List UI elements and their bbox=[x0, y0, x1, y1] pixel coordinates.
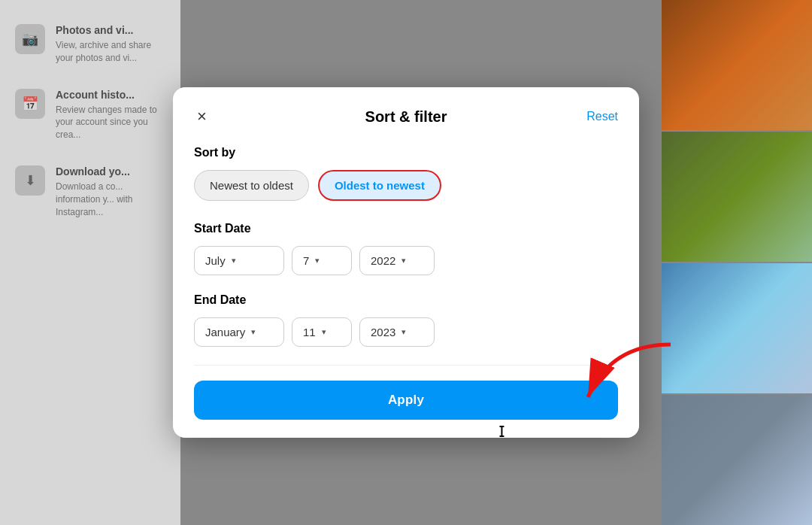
separator bbox=[194, 365, 618, 366]
end-month-select[interactable]: January ▾ bbox=[194, 317, 284, 347]
end-month-chevron: ▾ bbox=[251, 327, 256, 337]
end-year-value: 2023 bbox=[371, 326, 395, 338]
sort-by-label: Sort by bbox=[194, 146, 618, 159]
sort-newest-button[interactable]: Newest to oldest bbox=[194, 170, 309, 201]
start-year-chevron: ▾ bbox=[401, 256, 406, 266]
start-month-select[interactable]: July ▾ bbox=[194, 246, 284, 275]
sort-oldest-button[interactable]: Oldest to newest bbox=[318, 170, 441, 201]
start-day-chevron: ▾ bbox=[315, 256, 320, 266]
end-date-dropdowns: January ▾ 11 ▾ 2023 ▾ bbox=[194, 317, 618, 347]
start-month-value: July bbox=[205, 254, 226, 267]
end-month-value: January bbox=[205, 326, 245, 338]
start-year-select[interactable]: 2022 ▾ bbox=[359, 246, 435, 275]
apply-button[interactable]: Apply bbox=[194, 381, 618, 420]
modal-body: Sort by Newest to oldest Oldest to newes… bbox=[173, 140, 639, 438]
start-date-section: Start Date July ▾ 7 ▾ 2022 ▾ bbox=[194, 222, 618, 275]
modal-header: × Sort & filter Reset bbox=[173, 87, 639, 140]
reset-button[interactable]: Reset bbox=[586, 110, 618, 123]
start-day-select[interactable]: 7 ▾ bbox=[292, 246, 352, 275]
end-day-value: 11 bbox=[303, 326, 316, 338]
start-day-value: 7 bbox=[303, 254, 309, 267]
sort-options: Newest to oldest Oldest to newest bbox=[194, 170, 618, 201]
end-date-label: End Date bbox=[194, 293, 618, 307]
apply-section: Apply 𝖨 bbox=[194, 381, 618, 420]
close-button[interactable]: × bbox=[194, 105, 210, 128]
end-day-chevron: ▾ bbox=[322, 327, 326, 337]
end-day-select[interactable]: 11 ▾ bbox=[292, 317, 352, 347]
start-year-value: 2022 bbox=[371, 254, 395, 267]
end-date-section: End Date January ▾ 11 ▾ 2023 ▾ bbox=[194, 293, 618, 347]
start-month-chevron: ▾ bbox=[232, 256, 236, 266]
modal-backdrop: × Sort & filter Reset Sort by Newest to … bbox=[0, 0, 812, 525]
cursor-indicator: 𝖨 bbox=[498, 423, 505, 441]
end-year-select[interactable]: 2023 ▾ bbox=[359, 317, 435, 347]
start-date-label: Start Date bbox=[194, 222, 618, 235]
start-date-dropdowns: July ▾ 7 ▾ 2022 ▾ bbox=[194, 246, 618, 275]
end-year-chevron: ▾ bbox=[401, 327, 406, 337]
sort-filter-modal: × Sort & filter Reset Sort by Newest to … bbox=[173, 87, 639, 438]
modal-title: Sort & filter bbox=[365, 108, 447, 126]
